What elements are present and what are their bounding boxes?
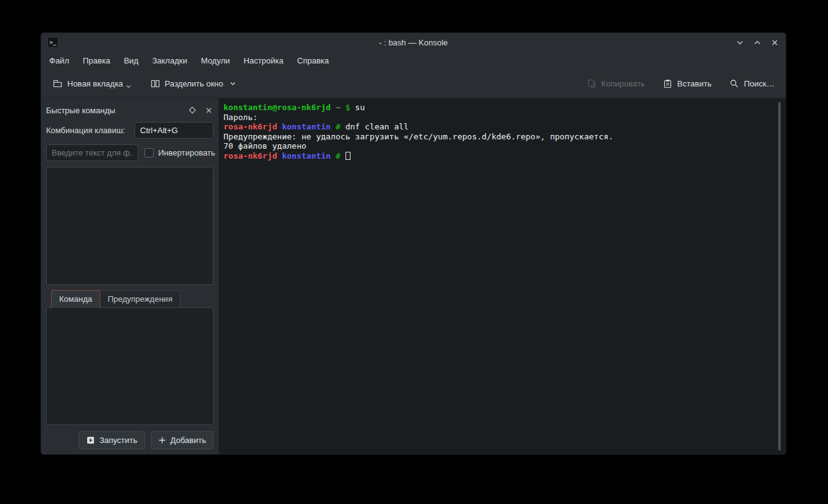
- plus-icon: [158, 436, 166, 444]
- split-view-chevron-icon: [230, 82, 236, 86]
- search-button[interactable]: Поиск…: [725, 74, 778, 93]
- split-view-icon: [150, 78, 161, 89]
- menu-help[interactable]: Справка: [290, 54, 336, 68]
- terminal-area[interactable]: konstantin@rosa-nk6rjd ~ $ suПароль:rosa…: [219, 98, 786, 454]
- panel-close-icon[interactable]: [204, 105, 214, 115]
- terminal-line: konstantin@rosa-nk6rjd ~ $ su: [223, 103, 773, 113]
- maximize-button[interactable]: [752, 37, 762, 47]
- terminal-line: Предупреждение: не удалось загрузить «/e…: [223, 132, 773, 142]
- terminal-scrollbar: [777, 102, 782, 450]
- add-button[interactable]: Добавить: [151, 431, 214, 449]
- menubar: Файл Правка Вид Закладки Модули Настройк…: [41, 52, 786, 70]
- konsole-app-icon: >_: [47, 37, 59, 48]
- copy-label: Копировать: [601, 79, 645, 88]
- run-icon: [86, 436, 95, 445]
- toolbar-right-group: Копировать Вставить Поиск…: [583, 74, 778, 93]
- menu-file[interactable]: Файл: [42, 54, 76, 68]
- search-label: Поиск…: [744, 79, 774, 88]
- menu-view[interactable]: Вид: [117, 54, 146, 68]
- terminal-cursor: [346, 152, 350, 160]
- panel-buttons: Запустить Добавить: [46, 431, 214, 449]
- shortcut-row: Комбинация клавиш:: [46, 122, 214, 139]
- quick-commands-panel: Быстрые команды Комбинация клавиш:: [41, 98, 219, 454]
- toolbar: Новая вкладка Разделить окно: [41, 70, 786, 98]
- commands-list[interactable]: [46, 167, 214, 285]
- terminal-line: Пароль:: [223, 113, 773, 123]
- paste-label: Вставить: [677, 79, 712, 88]
- split-view-button[interactable]: Разделить окно: [146, 74, 240, 93]
- paste-button[interactable]: Вставить: [659, 74, 715, 93]
- menu-settings[interactable]: Настройка: [237, 54, 290, 68]
- panel-header-icons: [187, 105, 214, 115]
- shortcut-label: Комбинация клавиш:: [46, 126, 125, 135]
- window-title: - : bash — Konsole: [41, 38, 786, 47]
- search-icon: [729, 78, 740, 89]
- menu-edit[interactable]: Правка: [76, 54, 117, 68]
- panel-header: Быстрые команды: [46, 103, 214, 117]
- tab-command[interactable]: Команда: [51, 290, 100, 308]
- copy-icon: [586, 78, 597, 89]
- tab-warnings[interactable]: Предупреждения: [100, 290, 181, 308]
- close-button[interactable]: [769, 37, 779, 47]
- command-editor[interactable]: [46, 307, 214, 425]
- menu-bookmarks[interactable]: Закладки: [145, 54, 194, 68]
- terminal-line: 70 файлов удалено: [223, 141, 773, 151]
- desktop-background: >_ - : bash — Konsole Файл Правка Вид За…: [0, 0, 828, 504]
- filter-row: Инвертировать: [46, 144, 214, 161]
- split-view-label: Разделить окно: [165, 79, 223, 88]
- window-content: Быстрые команды Комбинация клавиш:: [41, 98, 786, 454]
- new-tab-button[interactable]: Новая вкладка: [49, 74, 135, 93]
- terminal-scrollbar-thumb[interactable]: [778, 102, 781, 450]
- shortcut-input[interactable]: [134, 122, 214, 139]
- copy-button[interactable]: Копировать: [583, 74, 649, 93]
- terminal-line: rosa-nk6rjd konstantin # dnf clean all: [223, 122, 773, 132]
- terminal-line: rosa-nk6rjd konstantin #: [223, 151, 773, 161]
- add-button-label: Добавить: [171, 436, 206, 445]
- paste-icon: [662, 78, 673, 89]
- new-tab-icon: [52, 78, 63, 89]
- konsole-window: >_ - : bash — Konsole Файл Правка Вид За…: [40, 32, 786, 455]
- run-button[interactable]: Запустить: [78, 431, 145, 449]
- new-tab-label: Новая вкладка: [67, 79, 123, 88]
- invert-checkbox-label: Инвертировать: [158, 148, 215, 157]
- menu-plugins[interactable]: Модули: [194, 54, 237, 68]
- invert-checkbox[interactable]: [144, 148, 154, 157]
- filter-input[interactable]: [46, 144, 138, 161]
- minimize-button[interactable]: [735, 37, 745, 47]
- titlebar[interactable]: >_ - : bash — Konsole: [41, 33, 786, 52]
- window-controls: [735, 37, 779, 47]
- panel-float-icon[interactable]: [187, 105, 197, 115]
- editor-tabbar: Команда Предупреждения: [46, 290, 214, 308]
- new-tab-menu-caret-icon: [126, 85, 131, 88]
- terminal-output: konstantin@rosa-nk6rjd ~ $ suПароль:rosa…: [223, 103, 773, 161]
- panel-title: Быстрые команды: [46, 106, 115, 115]
- run-button-label: Запустить: [100, 436, 138, 445]
